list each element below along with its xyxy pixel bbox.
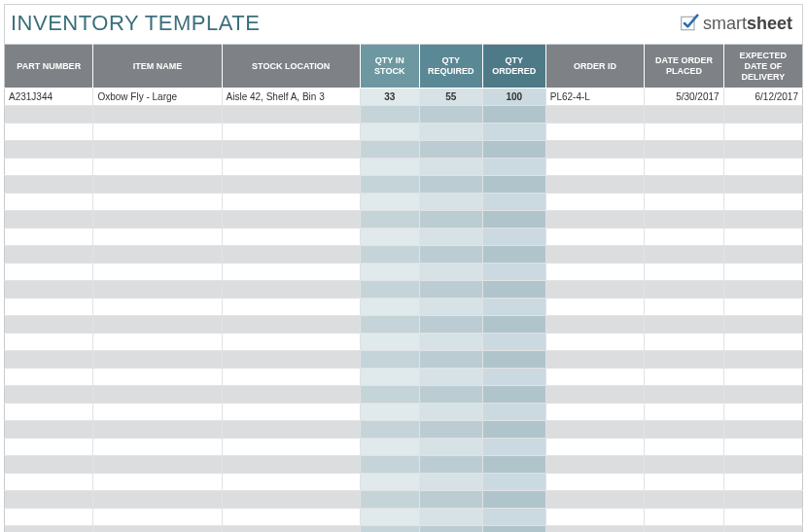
cell-date-order-placed[interactable] — [645, 194, 723, 211]
cell-qty-required[interactable] — [419, 176, 482, 194]
cell-item-name[interactable] — [93, 299, 222, 316]
col-qty-ordered[interactable]: QTY ORDERED — [482, 45, 545, 89]
cell-part-number[interactable] — [5, 246, 93, 264]
cell-qty-in-stock[interactable] — [360, 281, 419, 299]
cell-expected-delivery[interactable] — [723, 456, 802, 474]
cell-stock-location[interactable] — [222, 439, 360, 456]
cell-qty-required[interactable] — [419, 404, 482, 421]
cell-qty-ordered[interactable] — [482, 141, 545, 159]
cell-order-id[interactable] — [545, 491, 645, 509]
col-date-order-placed[interactable]: DATE ORDER PLACED — [645, 45, 723, 89]
table-row[interactable] — [5, 246, 803, 264]
col-order-id[interactable]: ORDER ID — [545, 45, 645, 89]
cell-qty-ordered[interactable] — [482, 386, 545, 404]
cell-date-order-placed[interactable] — [645, 229, 723, 246]
cell-qty-required[interactable] — [419, 141, 482, 159]
cell-expected-delivery[interactable] — [723, 351, 802, 369]
cell-order-id[interactable] — [545, 351, 645, 369]
cell-stock-location[interactable] — [222, 124, 360, 141]
cell-expected-delivery[interactable]: 6/12/2017 — [723, 89, 802, 106]
cell-qty-in-stock[interactable] — [360, 456, 419, 474]
cell-qty-ordered[interactable] — [482, 351, 545, 369]
cell-item-name[interactable] — [93, 246, 222, 264]
cell-part-number[interactable] — [5, 159, 93, 176]
cell-order-id[interactable] — [545, 334, 645, 351]
cell-stock-location[interactable] — [222, 281, 360, 299]
cell-stock-location[interactable] — [222, 386, 360, 404]
cell-order-id[interactable] — [545, 246, 645, 264]
cell-part-number[interactable] — [5, 229, 93, 246]
cell-expected-delivery[interactable] — [723, 264, 802, 281]
cell-qty-ordered[interactable] — [482, 159, 545, 176]
cell-item-name[interactable] — [93, 334, 222, 351]
cell-expected-delivery[interactable] — [723, 421, 802, 439]
cell-part-number[interactable] — [5, 316, 93, 334]
cell-qty-in-stock[interactable] — [360, 264, 419, 281]
cell-date-order-placed[interactable] — [645, 386, 723, 404]
table-row[interactable] — [5, 474, 803, 491]
cell-stock-location[interactable] — [222, 351, 360, 369]
col-stock-location[interactable]: STOCK LOCATION — [222, 45, 360, 89]
cell-expected-delivery[interactable] — [723, 141, 802, 159]
cell-part-number[interactable] — [5, 334, 93, 351]
table-row[interactable] — [5, 509, 803, 526]
cell-qty-ordered[interactable]: 100 — [482, 89, 545, 106]
cell-item-name[interactable] — [93, 456, 222, 474]
cell-date-order-placed[interactable]: 5/30/2017 — [645, 89, 723, 106]
cell-order-id[interactable] — [545, 299, 645, 316]
table-row[interactable] — [5, 229, 803, 246]
cell-qty-required[interactable] — [419, 211, 482, 229]
cell-item-name[interactable] — [93, 194, 222, 211]
cell-stock-location[interactable] — [222, 176, 360, 194]
cell-date-order-placed[interactable] — [645, 404, 723, 421]
cell-stock-location[interactable] — [222, 141, 360, 159]
cell-order-id[interactable] — [545, 316, 645, 334]
cell-date-order-placed[interactable] — [645, 211, 723, 229]
cell-order-id[interactable] — [545, 526, 645, 532]
cell-qty-in-stock[interactable] — [360, 439, 419, 456]
cell-order-id[interactable]: PL62-4-L — [545, 89, 645, 106]
cell-part-number[interactable] — [5, 526, 93, 532]
cell-expected-delivery[interactable] — [723, 404, 802, 421]
cell-item-name[interactable] — [93, 474, 222, 491]
cell-qty-required[interactable] — [419, 334, 482, 351]
table-row[interactable] — [5, 194, 803, 211]
cell-part-number[interactable] — [5, 456, 93, 474]
table-row[interactable] — [5, 404, 803, 421]
table-row[interactable] — [5, 334, 803, 351]
cell-qty-ordered[interactable] — [482, 124, 545, 141]
cell-qty-in-stock[interactable] — [360, 421, 419, 439]
cell-qty-in-stock[interactable] — [360, 229, 419, 246]
cell-qty-required[interactable] — [419, 386, 482, 404]
cell-qty-ordered[interactable] — [482, 526, 545, 532]
cell-item-name[interactable] — [93, 124, 222, 141]
cell-stock-location[interactable] — [222, 404, 360, 421]
cell-stock-location[interactable] — [222, 369, 360, 386]
cell-expected-delivery[interactable] — [723, 299, 802, 316]
cell-order-id[interactable] — [545, 404, 645, 421]
table-row[interactable] — [5, 351, 803, 369]
cell-qty-in-stock[interactable] — [360, 211, 419, 229]
cell-expected-delivery[interactable] — [723, 106, 802, 124]
cell-part-number[interactable] — [5, 106, 93, 124]
cell-date-order-placed[interactable] — [645, 124, 723, 141]
cell-qty-required[interactable] — [419, 456, 482, 474]
cell-expected-delivery[interactable] — [723, 194, 802, 211]
cell-qty-ordered[interactable] — [482, 194, 545, 211]
cell-order-id[interactable] — [545, 124, 645, 141]
cell-qty-required[interactable] — [419, 316, 482, 334]
cell-qty-required[interactable] — [419, 491, 482, 509]
cell-date-order-placed[interactable] — [645, 474, 723, 491]
cell-qty-ordered[interactable] — [482, 334, 545, 351]
cell-qty-ordered[interactable] — [482, 369, 545, 386]
cell-part-number[interactable] — [5, 124, 93, 141]
cell-qty-ordered[interactable] — [482, 246, 545, 264]
cell-qty-ordered[interactable] — [482, 491, 545, 509]
cell-expected-delivery[interactable] — [723, 526, 802, 532]
cell-part-number[interactable] — [5, 474, 93, 491]
cell-expected-delivery[interactable] — [723, 491, 802, 509]
cell-item-name[interactable] — [93, 229, 222, 246]
cell-expected-delivery[interactable] — [723, 474, 802, 491]
cell-qty-ordered[interactable] — [482, 264, 545, 281]
table-row[interactable] — [5, 106, 803, 124]
